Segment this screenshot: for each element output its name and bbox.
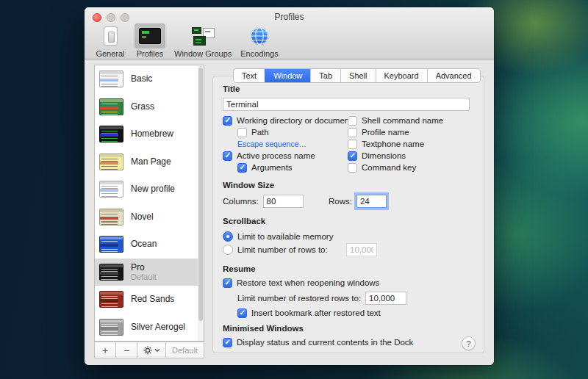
checkbox-restore-text[interactable]: Restore text when reopening windows: [223, 277, 379, 289]
window-size-header: Window Size: [223, 181, 274, 190]
restored-rows-label: Limit number of restored rows to:: [237, 294, 361, 303]
scrollbar-thumb[interactable]: [198, 68, 203, 321]
rows-label: Rows:: [329, 197, 352, 206]
checkbox-arguments[interactable]: Arguments: [237, 162, 293, 173]
checkbox-profile-name[interactable]: Profile name: [348, 126, 409, 138]
title-section-header: Title: [223, 84, 240, 93]
toolbar-item-window-groups[interactable]: Window Groups: [171, 24, 234, 58]
profile-thumbnail: [99, 291, 123, 308]
title-input[interactable]: [223, 98, 470, 111]
add-profile-button[interactable]: +: [94, 342, 116, 358]
scrollback-header: Scrollback: [223, 217, 265, 225]
profile-row-red-sands[interactable]: Red Sands: [95, 286, 204, 314]
checkbox-box: [348, 151, 357, 161]
tab-advanced[interactable]: Advanced: [427, 69, 480, 82]
checkbox-textphone-name[interactable]: Textphone name: [348, 138, 424, 150]
checkbox-box: [223, 278, 232, 288]
minimised-windows-header: Minimised Windows: [223, 324, 304, 333]
preferences-toolbar: General Profiles Window Groups: [92, 24, 282, 58]
checkbox-box: [348, 163, 357, 173]
radio-button: [223, 245, 233, 255]
profile-row-basic[interactable]: Basic: [95, 65, 204, 93]
profile-row-homebrew[interactable]: Homebrew: [95, 120, 204, 148]
checkbox-shell-command-name[interactable]: Shell command name: [348, 115, 443, 126]
profile-row-novel[interactable]: Novel: [95, 203, 204, 231]
columns-label: Columns:: [223, 197, 259, 206]
chevron-down-icon: [154, 348, 160, 353]
profile-row-man-page[interactable]: Man Page: [95, 148, 204, 176]
scrollback-rows-input[interactable]: [346, 243, 377, 256]
terminal-preferences-window: Profiles General Profiles Window Groups: [85, 7, 494, 365]
profile-list-actions: + − Default: [94, 342, 204, 358]
tab-keyboard[interactable]: Keyboard: [376, 69, 427, 82]
light-switch-icon: [104, 26, 118, 46]
toolbar-item-general[interactable]: General: [92, 24, 129, 58]
toolbar-item-encodings[interactable]: Encodings: [237, 24, 281, 58]
radio-limit-rows[interactable]: Limit number of rows to:: [223, 244, 328, 256]
checkbox-dimensions[interactable]: Dimensions: [348, 150, 406, 162]
rows-input[interactable]: [356, 195, 387, 208]
profile-thumbnail: [99, 154, 123, 170]
profile-thumbnail: [99, 71, 123, 87]
desktop-background: Profiles General Profiles Window Groups: [0, 0, 588, 379]
checkbox-working-directory[interactable]: Working directory or document: [223, 115, 351, 126]
gear-icon: [143, 346, 152, 355]
checkbox-display-status-dock[interactable]: Display status and current contents in t…: [223, 336, 413, 348]
profile-thumbnail: [99, 264, 123, 281]
window-groups-icon: [191, 27, 215, 46]
profile-list: Basic Grass Homebrew Man Page New profil…: [94, 65, 204, 342]
checkbox-box: [223, 151, 232, 161]
profile-row-silver-aerogel[interactable]: Silver Aerogel: [95, 314, 204, 342]
profile-row-pro[interactable]: Pro Default: [95, 259, 204, 286]
profile-row-ocean[interactable]: Ocean: [95, 231, 204, 259]
tab-shell[interactable]: Shell: [340, 69, 375, 82]
checkbox-command-key[interactable]: Command key: [348, 162, 416, 173]
gear-menu-button[interactable]: [137, 342, 166, 358]
radio-limit-available-memory[interactable]: Limit to available memory: [223, 231, 333, 242]
checkbox-box: [223, 338, 232, 347]
profile-thumbnail: [99, 181, 123, 198]
profile-thumbnail: [99, 126, 123, 142]
checkbox-box: [237, 308, 247, 318]
profile-row-grass[interactable]: Grass: [95, 93, 204, 121]
checkbox-path[interactable]: Path: [237, 126, 269, 138]
checkbox-box: [348, 116, 357, 126]
checkbox-box: [348, 128, 357, 137]
scrollbar-track: [198, 65, 204, 341]
escape-sequence-link[interactable]: Escape sequence…: [237, 140, 306, 148]
toolbar-item-profiles[interactable]: Profiles: [132, 24, 168, 58]
profile-thumbnail: [99, 98, 123, 115]
checkbox-insert-bookmark[interactable]: Insert bookmark after restored text: [237, 307, 381, 319]
terminal-icon: [139, 28, 161, 44]
tab-tab[interactable]: Tab: [310, 69, 340, 82]
profile-thumbnail: [99, 319, 123, 336]
window-tab-panel: Title Working directory or document Path…: [212, 76, 484, 353]
default-badge: Default: [131, 272, 157, 281]
checkbox-box: [348, 140, 357, 149]
profile-tabs: Text Window Tab Shell Keyboard Advanced: [234, 69, 480, 82]
titlebar: Profiles General Profiles Window Groups: [85, 7, 494, 59]
restored-rows-input[interactable]: [365, 292, 406, 305]
resume-header: Resume: [223, 264, 256, 273]
checkbox-box: [223, 116, 232, 126]
checkbox-box: [237, 128, 247, 137]
checkbox-box: [237, 163, 247, 173]
window-title: Profiles: [85, 12, 494, 22]
radio-button: [223, 231, 233, 242]
profile-thumbnail: [99, 209, 123, 225]
tab-text[interactable]: Text: [234, 69, 265, 82]
tab-window[interactable]: Window: [265, 69, 310, 82]
globe-icon: [250, 26, 269, 46]
columns-input[interactable]: [263, 195, 304, 208]
help-button[interactable]: ?: [462, 336, 476, 350]
remove-profile-button[interactable]: −: [115, 342, 137, 358]
profile-row-new-profile[interactable]: New profile: [95, 176, 204, 203]
checkbox-active-process-name[interactable]: Active process name: [223, 150, 315, 162]
set-default-button[interactable]: Default: [165, 342, 204, 358]
profile-thumbnail: [99, 236, 123, 253]
